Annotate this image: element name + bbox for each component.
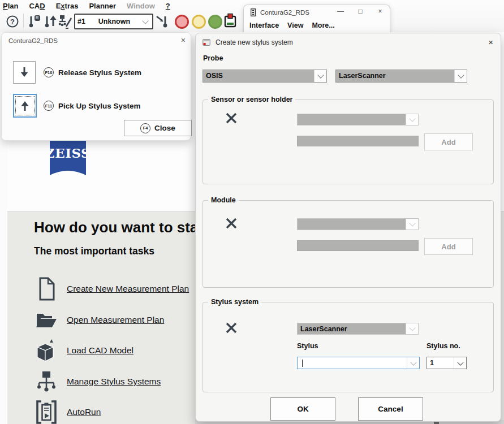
ok-button[interactable]: OK xyxy=(270,397,335,421)
pickup-stylus-button[interactable] xyxy=(13,94,37,118)
probe-hand-icon[interactable] xyxy=(27,14,42,29)
module-name-field xyxy=(297,240,419,251)
arrow-down-icon xyxy=(18,66,31,79)
rds-mini-window: ConturaG2_RDS — □ × Interface View More.… xyxy=(243,5,390,33)
menu-planner[interactable]: Planner xyxy=(89,2,116,10)
help-icon[interactable]: ? xyxy=(5,14,20,29)
task-open-measurement-plan[interactable]: Open Measurement Plan xyxy=(34,305,164,335)
cnc-status-yellow-lamp xyxy=(192,15,206,29)
module-combobox xyxy=(297,218,419,230)
dialog-app-icon xyxy=(203,39,210,46)
stylus-combobox[interactable] xyxy=(297,357,420,369)
probe-interface-combobox[interactable]: OSIS xyxy=(203,70,327,83)
release-stylus-label-row: F10 Release Stylus System xyxy=(44,67,141,77)
close-icon[interactable]: × xyxy=(181,36,186,45)
stylus-label: Stylus xyxy=(297,342,318,350)
mini-window-titlebar[interactable]: ConturaG2_RDS xyxy=(251,8,309,16)
task-autorun[interactable]: AutoRun xyxy=(34,397,101,424)
group-legend: Module xyxy=(208,196,239,204)
text-cursor xyxy=(302,360,303,367)
menu-cad[interactable]: CAD xyxy=(29,2,45,10)
probe-label: Probe xyxy=(203,54,223,62)
toolbar-separator xyxy=(23,14,24,28)
chevron-down-icon xyxy=(142,18,148,24)
menu-interface[interactable]: Interface xyxy=(249,21,279,29)
maximize-icon[interactable]: □ xyxy=(356,7,364,15)
sensor-name-field xyxy=(297,136,419,146)
chevron-down-icon xyxy=(407,357,419,369)
menu-more[interactable]: More... xyxy=(312,21,334,29)
probe-type-combobox[interactable]: LaserScanner xyxy=(335,70,467,83)
chevron-down-icon xyxy=(454,357,466,369)
probe-up-icon[interactable] xyxy=(43,14,58,29)
module-group: Module Add xyxy=(203,200,494,288)
fkey-badge: F11 xyxy=(44,101,54,111)
svg-text:ZEISS: ZEISS xyxy=(50,145,86,161)
chevron-down-icon xyxy=(454,70,467,82)
stylus-panel-dialog: ConturaG2_RDS × F10 Release Stylus Syste… xyxy=(1,32,191,141)
machine-status-icon xyxy=(223,13,238,29)
sensor-group: Sensor or sensor holder Add xyxy=(203,99,494,184)
module-add-button: Add xyxy=(424,238,473,255)
stylus-change-icon[interactable] xyxy=(58,14,73,29)
task-load-cad-model[interactable]: Load CAD Model xyxy=(34,335,133,366)
stylus-number-combobox[interactable]: #1 Unknown xyxy=(74,14,153,29)
release-stylus-button[interactable] xyxy=(13,61,36,84)
fkey-badge: F4 xyxy=(140,123,150,133)
stylus-no-label: Stylus no. xyxy=(427,342,460,350)
task-create-measurement-plan[interactable]: Create New Measurement Plan xyxy=(34,274,189,304)
cancel-button[interactable]: Cancel xyxy=(358,397,423,421)
menu-window: Window xyxy=(127,2,155,10)
minimize-icon[interactable]: — xyxy=(337,7,344,15)
chevron-down-icon xyxy=(406,219,418,230)
mini-window-menu: Interface View More... xyxy=(249,21,335,29)
stylus-system-icon xyxy=(34,369,59,394)
menu-plan[interactable]: Plan xyxy=(3,2,18,10)
group-legend: Sensor or sensor holder xyxy=(208,96,295,103)
new-document-icon xyxy=(34,276,59,301)
task-link[interactable]: Open Measurement Plan xyxy=(67,315,164,325)
menu-bar: Plan CAD Extras Planner Window ? xyxy=(3,1,170,11)
cnc-status-green-lamp xyxy=(208,15,222,29)
chevron-down-icon xyxy=(406,114,418,125)
autorun-icon xyxy=(34,400,59,424)
svg-text:?: ? xyxy=(10,18,15,26)
chevron-down-icon xyxy=(406,323,418,334)
close-panel-button[interactable]: F4 Close xyxy=(124,120,192,136)
open-folder-icon xyxy=(34,309,59,331)
dialog-title: Create new stylus system xyxy=(216,38,293,46)
create-stylus-dialog: Create new stylus system × Probe OSIS La… xyxy=(195,33,501,422)
sensor-combobox xyxy=(297,114,419,126)
probe-angle-icon[interactable] xyxy=(155,14,170,29)
task-manage-stylus-systems[interactable]: Manage Stylus Systems xyxy=(34,366,161,397)
fkey-badge: F10 xyxy=(44,67,54,77)
close-icon[interactable]: × xyxy=(488,37,493,47)
group-legend: Stylus system xyxy=(208,298,261,306)
calypso-application: Plan CAD Extras Planner Window ? ? #1 Un… xyxy=(0,0,504,424)
stylus-no-combobox[interactable]: 1 xyxy=(427,357,467,369)
cnc-status-red-lamp xyxy=(175,15,189,29)
stylus-number: #1 xyxy=(77,18,85,25)
chevron-down-icon xyxy=(314,70,326,82)
mini-window-title: ConturaG2_RDS xyxy=(260,9,309,16)
clear-x-icon xyxy=(225,111,238,125)
page-title: How do you want to start xyxy=(34,219,209,236)
close-icon[interactable]: × xyxy=(376,7,384,15)
clear-x-icon xyxy=(225,217,238,230)
dialog-titlebar: Create new stylus system xyxy=(203,38,293,46)
menu-extras[interactable]: Extras xyxy=(56,2,79,10)
stylus-system-combobox: LaserScanner xyxy=(297,323,419,335)
task-link[interactable]: AutoRun xyxy=(67,407,101,417)
mini-window-controls: — □ × xyxy=(337,7,384,15)
task-link[interactable]: Load CAD Model xyxy=(67,345,133,356)
task-link[interactable]: Create New Measurement Plan xyxy=(67,284,189,294)
clear-x-icon xyxy=(225,321,238,335)
stylus-system-group: Stylus system LaserScanner Stylus Stylus… xyxy=(203,302,494,392)
cad-cube-icon xyxy=(34,338,59,364)
task-link[interactable]: Manage Stylus Systems xyxy=(67,377,161,387)
rds-app-icon xyxy=(251,8,256,16)
menu-view[interactable]: View xyxy=(287,21,303,29)
menu-help[interactable]: ? xyxy=(166,2,170,10)
pickup-stylus-label-row: F11 Pick Up Stylus System xyxy=(44,101,141,111)
arrow-up-icon xyxy=(19,99,31,112)
